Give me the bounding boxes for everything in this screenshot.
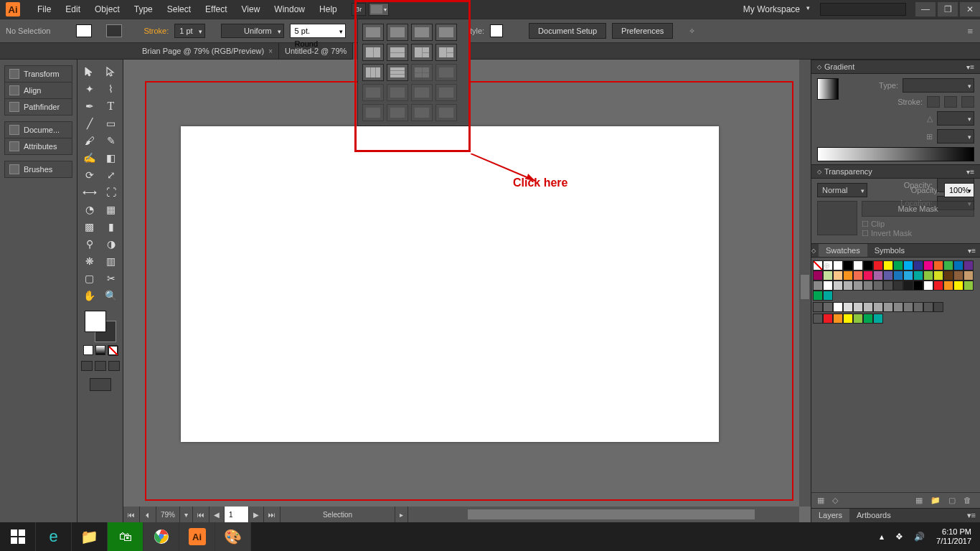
swatch-bright-1[interactable] [833, 314, 843, 324]
new-swatch-icon[interactable]: ▢ [948, 496, 958, 504]
swatch-19[interactable] [863, 270, 873, 281]
swatch-none[interactable] [813, 260, 823, 270]
make-mask-button[interactable]: Make Mask [862, 201, 974, 217]
tray-icons[interactable]: ▴ ❖ 🔊 [880, 532, 929, 542]
arrange-3up-right[interactable] [435, 44, 457, 61]
swatch-45[interactable] [963, 281, 974, 291]
gradient-tool[interactable]: ▮ [101, 219, 121, 235]
swatch-24[interactable] [913, 270, 923, 281]
transparency-panel-header[interactable]: Transparency▾≡ [811, 164, 980, 179]
type-tool[interactable]: T [101, 98, 121, 114]
arrange-2up-horizontal[interactable] [387, 44, 408, 61]
stroke-profile-dropdown[interactable]: Uniform [221, 24, 284, 38]
swatch-40[interactable] [913, 281, 923, 291]
swatch-8[interactable] [913, 260, 923, 270]
new-group-icon[interactable]: 📁 [930, 496, 943, 504]
arrange-3up-vertical[interactable] [362, 64, 384, 81]
horizontal-scrollbar[interactable] [468, 509, 755, 519]
swatch-bright-5[interactable] [873, 314, 883, 324]
swatch-9[interactable] [923, 260, 933, 270]
swatch-36[interactable] [873, 281, 883, 291]
swatch-13[interactable] [963, 260, 974, 270]
swatch-gray-5[interactable] [873, 302, 883, 312]
swatch-14[interactable] [813, 270, 823, 281]
arrange-tile-horizontal[interactable] [435, 24, 457, 41]
arrange-tile-vertical[interactable] [411, 24, 433, 41]
arrange-2up-vertical[interactable] [362, 44, 384, 61]
canvas-area[interactable]: ⏮ ⏴ 79% ▾ ⏮ ◀ 1 ▶ ⏭ Selection ▸ [123, 60, 811, 522]
swatch-26[interactable] [933, 270, 943, 281]
transparency-thumb[interactable] [817, 201, 857, 235]
nav-prev-icon[interactable]: ⏴ [140, 507, 156, 522]
draw-behind[interactable] [95, 361, 106, 371]
swatches-tab[interactable]: Swatches [819, 244, 867, 257]
delete-swatch-icon[interactable]: 🗑 [963, 496, 974, 504]
swatch-lib-icon[interactable]: ▦ ◇ [817, 496, 841, 505]
selection-tool[interactable] [80, 64, 100, 80]
width-tool[interactable]: ⟷ [80, 184, 100, 200]
clip-checkbox[interactable]: ☐ [862, 220, 871, 228]
swatch-bright-2[interactable] [843, 314, 853, 324]
gradient-preview[interactable] [817, 78, 839, 100]
taskbar-store[interactable]: 🛍 [108, 522, 143, 551]
close-button[interactable]: ✕ [960, 2, 980, 17]
panel-document-info[interactable]: Docume... [5, 122, 72, 138]
taskbar-chrome[interactable] [143, 522, 179, 551]
swatch-group-gray[interactable] [813, 302, 823, 312]
arrange-documents-button[interactable]: ▾ [369, 3, 389, 16]
swatch-gray-3[interactable] [853, 302, 863, 312]
panel-brushes[interactable]: Brushes [5, 161, 72, 177]
swatch-21[interactable] [883, 270, 893, 281]
artboard[interactable] [181, 126, 719, 442]
tray-time[interactable]: 6:10 PM [936, 527, 971, 537]
swatch-bright-3[interactable] [853, 314, 863, 324]
blend-tool[interactable]: ◑ [101, 236, 121, 252]
swatch-47[interactable] [823, 291, 833, 301]
blend-mode-dropdown[interactable]: Normal [817, 183, 867, 197]
direct-selection-tool[interactable] [101, 64, 121, 80]
panel-attributes[interactable]: Attributes [5, 138, 72, 154]
taskbar-illustrator[interactable]: Ai [179, 522, 215, 551]
swatch-options-icon[interactable]: ▦ [915, 496, 925, 504]
fill-color[interactable] [85, 311, 106, 332]
eraser-tool[interactable]: ◧ [101, 150, 121, 166]
swatch-29[interactable] [963, 270, 974, 281]
swatch-bright-4[interactable] [863, 314, 873, 324]
symbol-sprayer-tool[interactable]: ❋ [80, 253, 100, 269]
artboard-tool[interactable]: ▢ [80, 270, 100, 286]
arrange-tile-grid[interactable] [387, 24, 408, 41]
swatch-registration[interactable]: ⊕ [823, 260, 833, 270]
swatch-10[interactable] [933, 260, 943, 270]
search-input[interactable] [820, 3, 906, 16]
fill-stroke-well[interactable] [85, 311, 116, 342]
swatch-gray-8[interactable] [903, 302, 913, 312]
vertical-scrollbar[interactable] [799, 60, 811, 507]
swatch-gray-11[interactable] [933, 302, 943, 312]
stroke-option-1[interactable] [927, 96, 940, 108]
gradient-ratio-dropdown[interactable] [937, 129, 974, 143]
swatch-gray-2[interactable] [843, 302, 853, 312]
doc-tab-1[interactable]: Brian Page @ 79% (RGB/Preview)× [136, 43, 279, 60]
taskbar-explorer[interactable]: 📁 [72, 522, 108, 551]
swatch-28[interactable] [953, 270, 963, 281]
magic-wand-tool[interactable]: ✦ [80, 81, 100, 97]
menu-help[interactable]: Help [312, 0, 344, 19]
swatch-3[interactable] [863, 260, 873, 270]
preferences-button[interactable]: Preferences [612, 23, 673, 39]
control-panel-menu-icon[interactable]: ≡ [967, 26, 973, 37]
pen-tool[interactable]: ✒ [80, 98, 100, 114]
draw-normal[interactable] [81, 361, 93, 371]
stroke-swatch[interactable] [106, 24, 122, 37]
swatch-gray-0[interactable] [823, 302, 833, 312]
swatch-44[interactable] [953, 281, 963, 291]
paintbrush-tool[interactable]: 🖌 [80, 133, 100, 149]
swatch-gray-4[interactable] [863, 302, 873, 312]
swatch-7[interactable] [903, 260, 913, 270]
swatch-4[interactable] [873, 260, 883, 270]
tray-date[interactable]: 7/11/2017 [936, 537, 971, 546]
pencil-tool[interactable]: ✎ [101, 133, 121, 149]
swatch-0[interactable] [833, 260, 843, 270]
menu-type[interactable]: Type [127, 0, 160, 19]
swatch-5[interactable] [883, 260, 893, 270]
swatch-12[interactable] [953, 260, 963, 270]
